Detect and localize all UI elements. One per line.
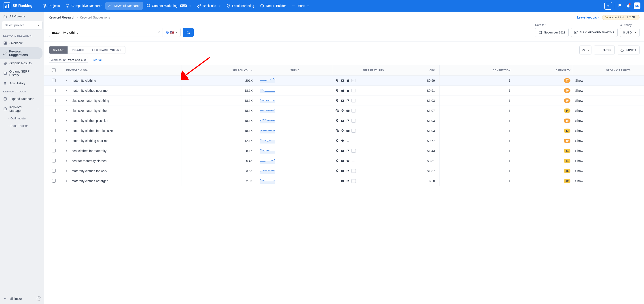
expand-row-icon[interactable] — [66, 90, 69, 92]
col-trend[interactable]: TREND — [257, 65, 333, 76]
search-locale-selector[interactable]: 🇺🇸 — [162, 28, 180, 37]
expand-row-icon[interactable] — [66, 180, 69, 182]
search-button[interactable] — [183, 28, 194, 37]
row-checkbox[interactable] — [44, 166, 64, 176]
col-difficulty[interactable]: DIFFICULTY — [515, 65, 573, 76]
sidebar-organic-results[interactable]: Organic Results — [0, 59, 42, 67]
leave-feedback-link[interactable]: Leave feedback — [577, 16, 599, 19]
nav-report-builder[interactable]: Report Builder — [258, 2, 289, 9]
help-icon[interactable]: ? — [37, 297, 41, 301]
show-organic-link[interactable]: Show — [575, 109, 583, 113]
competition-value: 1 — [440, 166, 515, 176]
show-organic-link[interactable]: Show — [575, 139, 583, 143]
row-checkbox[interactable] — [44, 86, 64, 96]
row-checkbox[interactable] — [44, 156, 64, 166]
expand-row-icon[interactable] — [66, 140, 69, 142]
clear-search-icon[interactable]: ✕ — [155, 28, 162, 37]
nav-content-marketing[interactable]: Content MarketingNEW — [144, 2, 194, 9]
show-organic-link[interactable]: Show — [575, 159, 583, 163]
notifications-icon[interactable] — [626, 3, 631, 8]
col-search-volume[interactable]: SEARCH VOL. — [182, 65, 257, 76]
row-checkbox[interactable] — [44, 106, 64, 116]
breadcrumb-root[interactable]: Keyword Research — [49, 16, 75, 19]
col-competition[interactable]: COMPETITION — [440, 65, 515, 76]
sidebar-sub-optinmoster[interactable]: Optinmoster — [0, 115, 44, 122]
keyword-text[interactable]: maternity clothing — [72, 79, 96, 82]
keyword-text[interactable]: best for maternity clothes — [72, 159, 106, 163]
show-organic-link[interactable]: Show — [575, 79, 583, 82]
sidebar-keyword-manager[interactable]: Keyword Manager — [0, 103, 42, 115]
keyword-text[interactable]: plus size maternity clothes — [72, 109, 108, 113]
row-checkbox[interactable] — [44, 146, 64, 156]
bulk-analysis-button[interactable]: BULK KEYWORD ANALYSIS — [571, 28, 618, 37]
show-organic-link[interactable]: Show — [575, 119, 583, 123]
keyword-text[interactable]: plus size maternity clothing — [72, 99, 109, 102]
account-limit-badge[interactable]: Account limit: 1 / 10K i — [602, 15, 640, 20]
col-cpc[interactable]: CPC — [386, 65, 440, 76]
date-selector[interactable]: November 2022 — [535, 28, 569, 37]
nav-more[interactable]: ⋯More — [289, 2, 312, 9]
row-checkbox[interactable] — [44, 116, 64, 126]
tab-related[interactable]: RELATED — [68, 46, 88, 54]
sidebar-overview[interactable]: Overview — [0, 39, 42, 47]
row-checkbox[interactable] — [44, 136, 64, 146]
keyword-text[interactable]: best clothes for maternity — [72, 149, 106, 153]
nav-competitive-research[interactable]: Competitive Research — [63, 2, 105, 9]
add-button[interactable]: + — [604, 2, 612, 9]
show-organic-link[interactable]: Show — [575, 179, 583, 183]
show-organic-link[interactable]: Show — [575, 129, 583, 133]
filter-chip-wordcount[interactable]: Word count:from 4 to 6✕ — [49, 57, 88, 63]
sidebar-all-projects[interactable]: All Projects — [0, 12, 44, 21]
select-project-dropdown[interactable]: Select project — [2, 21, 42, 29]
tab-similar[interactable]: SIMILAR — [49, 46, 68, 54]
expand-row-icon[interactable] — [66, 170, 69, 172]
minimize-icon[interactable] — [3, 297, 7, 301]
nav-projects[interactable]: Projects — [40, 2, 62, 9]
expand-row-icon[interactable] — [66, 160, 69, 162]
keyword-text[interactable]: maternity clothes at target — [72, 179, 108, 183]
export-button[interactable]: EXPORT — [617, 45, 640, 54]
tab-low-volume[interactable]: LOW SEARCH VOLUME — [88, 46, 125, 54]
show-organic-link[interactable]: Show — [575, 149, 583, 153]
keyword-text[interactable]: maternity clothes near me — [72, 89, 108, 92]
expand-row-icon[interactable] — [66, 120, 69, 122]
row-checkbox[interactable] — [44, 76, 64, 86]
expand-row-icon[interactable] — [66, 130, 69, 132]
row-checkbox[interactable] — [44, 126, 64, 136]
show-organic-link[interactable]: Show — [575, 169, 583, 173]
col-organic-results[interactable]: ORGANIC RESULTS — [573, 65, 644, 76]
keyword-search-input[interactable] — [49, 28, 155, 37]
sidebar-expand-database[interactable]: Expand Database — [0, 95, 42, 103]
sidebar-serp-history[interactable]: Organic SERP History — [0, 67, 42, 79]
clear-all-filters[interactable]: Clear all — [92, 58, 102, 62]
show-organic-link[interactable]: Show — [575, 99, 583, 102]
user-avatar[interactable]: SS — [634, 2, 640, 9]
expand-row-icon[interactable] — [66, 100, 69, 102]
filter-button[interactable]: FILTER — [594, 45, 614, 54]
keyword-text[interactable]: maternity clothes for plus size — [72, 129, 113, 133]
col-keyword[interactable]: KEYWORD (2,596) — [64, 65, 182, 76]
close-icon[interactable]: ✕ — [84, 58, 86, 62]
col-serp-features[interactable]: SERP FEATURES — [333, 65, 386, 76]
keyword-text[interactable]: maternity clothing near me — [72, 139, 108, 143]
copy-button[interactable] — [580, 45, 592, 54]
col-checkbox[interactable] — [44, 65, 64, 76]
brand-logo[interactable]: SE Ranking — [4, 2, 32, 9]
show-organic-link[interactable]: Show — [575, 89, 583, 92]
sidebar-keyword-suggestions[interactable]: Keyword Suggestions — [0, 47, 42, 59]
flag-icon[interactable] — [618, 3, 623, 8]
minimize-label[interactable]: Minimize — [10, 297, 22, 301]
nav-backlinks[interactable]: Backlinks — [194, 2, 223, 9]
nav-keyword-research[interactable]: Keyword Research — [105, 2, 143, 9]
keyword-text[interactable]: maternity clothes plus size — [72, 119, 108, 123]
sidebar-ads-history[interactable]: Ads History — [0, 79, 42, 88]
expand-row-icon[interactable] — [66, 110, 69, 112]
expand-row-icon[interactable] — [66, 80, 69, 81]
sidebar-sub-ranktracker[interactable]: Rank Tracker — [0, 122, 44, 130]
nav-local-marketing[interactable]: Local Marketing — [224, 2, 257, 9]
keyword-text[interactable]: maternity clothes for work — [72, 169, 107, 173]
expand-row-icon[interactable] — [66, 150, 69, 152]
row-checkbox[interactable] — [44, 96, 64, 106]
row-checkbox[interactable] — [44, 176, 64, 186]
currency-selector[interactable]: $ USD — [620, 28, 640, 37]
